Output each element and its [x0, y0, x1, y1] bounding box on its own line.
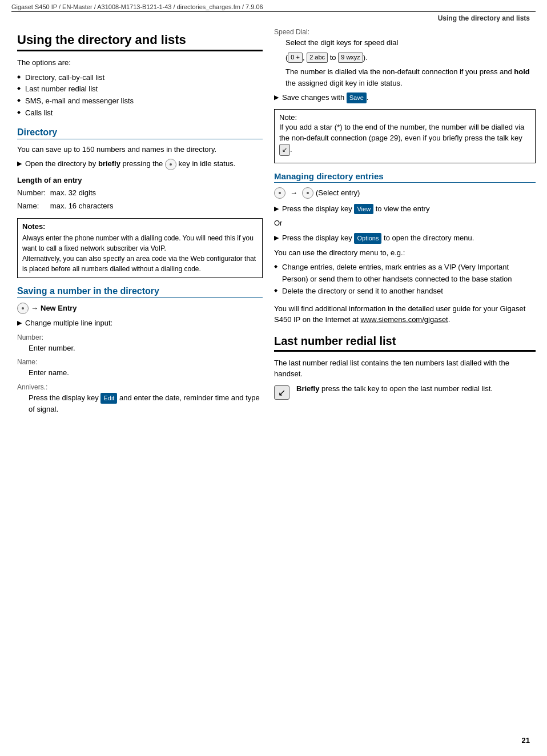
right-column: Speed Dial: Select the digit keys for sp… — [274, 28, 536, 417]
options-list: Directory, call-by-call list Last number… — [17, 72, 263, 119]
list-item: Directory, call-by-call list — [17, 72, 263, 84]
list-item: Calls list — [17, 107, 263, 119]
key-0plus: 0 + — [288, 53, 303, 62]
name-sub-content: Enter name. — [29, 367, 263, 379]
speed-dial-desc: The number is dialled via the non-defaul… — [285, 66, 536, 89]
options-arrow-icon: ▶ — [274, 233, 279, 243]
to-text: to — [330, 53, 336, 62]
notes-line2: Alternatively, you can also specify an a… — [22, 254, 258, 274]
save-button: Save — [347, 93, 367, 103]
speed-dial-keys: (0 +, 2 abc to 9 wxyz). — [285, 52, 536, 63]
section-header: Using the directory and lists — [0, 12, 547, 22]
arrow-icon: ▶ — [17, 159, 22, 168]
redial-title: Last number redial list — [274, 335, 536, 352]
notes-line1: Always enter the phone number with a dia… — [22, 233, 258, 254]
change-input-arrow: ▶ Change multiple line input: — [17, 317, 263, 329]
arrow-icon2: ▶ — [17, 318, 22, 328]
right-note-box: Note: If you add a star (*) to the end o… — [274, 109, 536, 163]
intro-text: The options are: — [17, 57, 263, 69]
list-item: Change entries, delete entries, mark ent… — [274, 262, 536, 285]
list-item: Last number redial list — [17, 83, 263, 95]
view-arrow: ▶ Press the display key View to view the… — [274, 203, 536, 215]
speed-dial-label: Speed Dial: — [274, 28, 536, 36]
annivers-sub-label: Annivers.: — [17, 383, 263, 391]
new-entry-label: New Entry — [41, 303, 77, 314]
speed-dial-line1: Select the digit keys for speed dial — [285, 37, 536, 49]
directory-arrow1: ▶ Open the directory by briefly pressing… — [17, 158, 263, 170]
additional-info: You will find additional information in … — [274, 303, 536, 325]
annivers-sub-content: Press the display key Edit and enter the… — [29, 392, 263, 415]
save-changes-arrow: ▶ Save changes with Save. — [274, 92, 536, 103]
saving-nav: → New Entry — [17, 303, 263, 314]
number-sub-label: Number: — [17, 333, 263, 341]
edit-button: Edit — [100, 393, 117, 404]
header-path: Gigaset S450 IP / EN-Master / A31008-M17… — [11, 3, 263, 10]
redial-key-row: ↙ Briefly press the talk key to open the… — [274, 384, 536, 400]
select-entry-text: (Select entry) — [316, 188, 360, 197]
name-value: max. 16 characters — [50, 200, 118, 213]
view-arrow-icon: ▶ — [274, 204, 279, 214]
talk-key-symbol: ↙ — [274, 385, 289, 400]
key-9wxyz: 9 wxyz — [338, 53, 363, 62]
name-sub-label: Name: — [17, 358, 263, 366]
options-arrow: ▶ Press the display key Options to open … — [274, 232, 536, 244]
section-header-label: Using the directory and lists — [438, 14, 530, 22]
length-title: Length of an entry — [17, 176, 263, 184]
circle-nav-1 — [274, 187, 285, 199]
view-button: View — [354, 204, 373, 215]
speed-dial-content: Select the digit keys for speed dial (0 … — [285, 37, 536, 89]
page-container: Gigaset S450 IP / EN-Master / A31008-M17… — [0, 0, 547, 756]
nav-icon — [165, 159, 176, 170]
content-columns: Using the directory and lists The option… — [0, 22, 547, 423]
nav-icon-saving — [17, 303, 29, 314]
note-content: If you add a star (*) to the end of the … — [279, 122, 530, 156]
redial-desc: The last number redial list contains the… — [274, 357, 536, 380]
redial-key-desc: Briefly press the talk key to open the l… — [296, 384, 493, 393]
directory-desc: You can save up to 150 numbers and names… — [17, 144, 263, 155]
header-bar: Gigaset S450 IP / EN-Master / A31008-M17… — [0, 0, 547, 11]
number-label: Number: — [17, 187, 50, 200]
managing-nav: → (Select entry) — [274, 187, 536, 199]
note-title: Note: — [279, 113, 530, 122]
arrow-right-icon: → — [31, 303, 38, 314]
gigaset-url: www.siemens.com/gigaset — [361, 315, 448, 324]
key-2abc: 2 abc — [307, 53, 328, 62]
number-sub-content: Enter number. — [29, 343, 263, 354]
main-title: Using the directory and lists — [17, 33, 263, 51]
managing-bullets: Change entries, delete entries, mark ent… — [274, 262, 536, 297]
notes-title: Notes: — [22, 222, 258, 231]
notes-box: Notes: Always enter the phone number wit… — [17, 218, 263, 278]
left-column: Using the directory and lists The option… — [17, 28, 263, 417]
list-item: Delete the directory or send it to anoth… — [274, 285, 536, 297]
list-item: SMS, e-mail and messenger lists — [17, 95, 263, 107]
options-button: Options — [354, 233, 381, 244]
entry-table: Number: max. 32 digits Name: max. 16 cha… — [17, 187, 118, 213]
name-label: Name: — [17, 200, 50, 213]
page-number: 21 — [522, 736, 530, 745]
managing-title: Managing directory entries — [274, 171, 536, 183]
number-value: max. 32 digits — [50, 187, 118, 200]
use-text: You can use the directory menu to, e.g.: — [274, 247, 536, 259]
or-text: Or — [274, 218, 536, 229]
save-changes-text: Save changes with — [282, 93, 344, 102]
arrow-right-1: → — [290, 188, 297, 197]
saving-title: Saving a number in the directory — [17, 286, 263, 298]
directory-title: Directory — [17, 127, 263, 139]
save-arrow-icon: ▶ — [274, 93, 279, 102]
change-input-text: Change multiple line input: — [25, 317, 112, 329]
circle-nav-2 — [302, 187, 313, 199]
talk-key-icon: ↙ — [279, 144, 290, 156]
